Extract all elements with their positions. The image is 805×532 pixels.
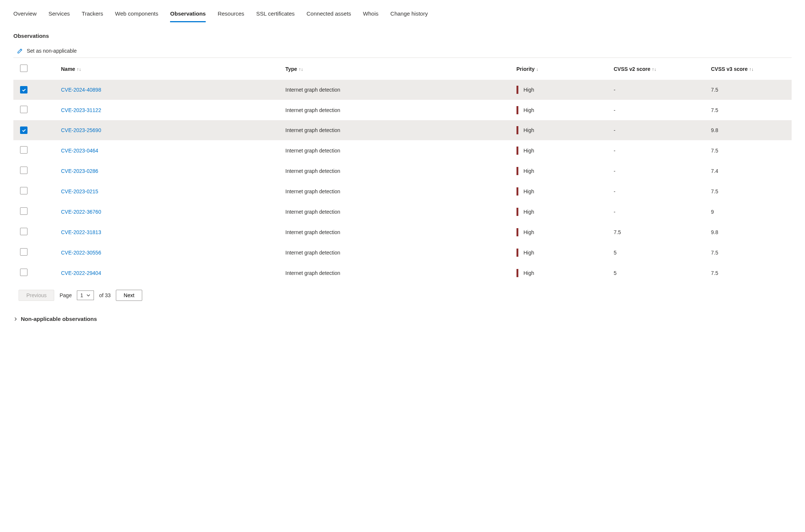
cve-link[interactable]: CVE-2023-0286 [61, 168, 98, 174]
priority-label: High [524, 250, 534, 256]
section-title: Observations [13, 33, 792, 39]
priority-indicator-icon [516, 86, 518, 94]
row-checkbox[interactable] [20, 146, 27, 154]
row-checkbox[interactable] [20, 106, 27, 113]
cvss-v2-cell: 7.5 [609, 222, 707, 242]
type-cell: Internet graph detection [281, 181, 512, 201]
row-checkbox[interactable] [20, 167, 27, 174]
table-row: CVE-2022-29404Internet graph detectionHi… [13, 263, 792, 283]
priority-label: High [524, 188, 534, 194]
cvss-v2-cell: - [609, 181, 707, 201]
tab-trackers[interactable]: Trackers [82, 7, 103, 22]
priority-cell: High [516, 269, 605, 277]
priority-indicator-icon [516, 249, 518, 257]
type-cell: Internet graph detection [281, 120, 512, 140]
row-checkbox[interactable] [20, 248, 27, 256]
of-label: of 33 [99, 292, 111, 298]
priority-indicator-icon [516, 147, 518, 155]
pager: Previous Page 1 of 33 Next [13, 290, 792, 301]
column-header-cvss-v2[interactable]: CVSS v2 score↑↓ [609, 58, 707, 80]
row-checkbox[interactable] [20, 269, 27, 276]
table-row: CVE-2022-31813Internet graph detectionHi… [13, 222, 792, 242]
priority-cell: High [516, 187, 605, 196]
tab-resources[interactable]: Resources [218, 7, 244, 22]
column-header-name[interactable]: Name↑↓ [50, 58, 281, 80]
tab-ssl-certificates[interactable]: SSL certificates [256, 7, 295, 22]
tab-whois[interactable]: Whois [363, 7, 379, 22]
cvss-v3-cell: 9 [707, 201, 792, 222]
cvss-v2-cell: - [609, 201, 707, 222]
table-row: CVE-2023-25690Internet graph detectionHi… [13, 120, 792, 140]
type-cell: Internet graph detection [281, 263, 512, 283]
table-row: CVE-2022-36760Internet graph detectionHi… [13, 201, 792, 222]
sort-icon: ↑↓ [76, 67, 81, 72]
cve-link[interactable]: CVE-2022-29404 [61, 270, 101, 276]
cvss-v3-cell: 7.5 [707, 263, 792, 283]
pencil-icon [17, 48, 23, 54]
cvss-v2-cell: - [609, 140, 707, 161]
type-cell: Internet graph detection [281, 201, 512, 222]
cvss-v2-cell: - [609, 100, 707, 120]
cvss-v2-cell: 5 [609, 242, 707, 263]
priority-cell: High [516, 86, 605, 94]
cve-link[interactable]: CVE-2024-40898 [61, 87, 101, 93]
next-button[interactable]: Next [116, 290, 142, 301]
cve-link[interactable]: CVE-2022-30556 [61, 250, 101, 256]
priority-label: High [524, 209, 534, 215]
non-applicable-section-toggle[interactable]: Non-applicable observations [13, 316, 792, 322]
priority-cell: High [516, 208, 605, 216]
column-header-type[interactable]: Type↑↓ [281, 58, 512, 80]
observations-table: Name↑↓ Type↑↓ Priority↓ CVSS v2 score↑↓ … [13, 58, 792, 283]
cvss-v3-cell: 9.8 [707, 222, 792, 242]
column-header-cvss-v3[interactable]: CVSS v3 score↑↓ [707, 58, 792, 80]
action-bar: Set as non-applicable [13, 46, 792, 58]
priority-cell: High [516, 167, 605, 175]
priority-label: High [524, 229, 534, 235]
row-checkbox[interactable] [20, 207, 27, 215]
priority-label: High [524, 87, 534, 93]
page-select[interactable]: 1 [77, 290, 94, 300]
priority-indicator-icon [516, 269, 518, 277]
tab-connected-assets[interactable]: Connected assets [307, 7, 351, 22]
chevron-right-icon [13, 317, 18, 321]
tab-services[interactable]: Services [49, 7, 70, 22]
cvss-v3-cell: 7.5 [707, 140, 792, 161]
table-row: CVE-2024-40898Internet graph detectionHi… [13, 80, 792, 100]
previous-button[interactable]: Previous [19, 290, 54, 301]
priority-indicator-icon [516, 167, 518, 175]
sort-icon: ↓ [536, 67, 538, 72]
cve-link[interactable]: CVE-2022-36760 [61, 209, 101, 215]
cve-link[interactable]: CVE-2022-31813 [61, 229, 101, 235]
sort-icon: ↑↓ [299, 67, 303, 72]
cve-link[interactable]: CVE-2023-0464 [61, 148, 98, 154]
set-non-applicable-button[interactable]: Set as non-applicable [27, 48, 77, 54]
type-cell: Internet graph detection [281, 140, 512, 161]
cvss-v2-cell: 5 [609, 263, 707, 283]
tab-web-components[interactable]: Web components [115, 7, 158, 22]
row-checkbox[interactable] [20, 127, 27, 134]
cvss-v3-cell: 7.5 [707, 100, 792, 120]
priority-label: High [524, 270, 534, 276]
type-cell: Internet graph detection [281, 161, 512, 181]
row-checkbox[interactable] [20, 187, 27, 194]
select-all-checkbox[interactable] [20, 65, 27, 72]
priority-cell: High [516, 147, 605, 155]
tab-change-history[interactable]: Change history [390, 7, 428, 22]
column-header-priority[interactable]: Priority↓ [512, 58, 609, 80]
tab-observations[interactable]: Observations [170, 7, 206, 22]
tabs: OverviewServicesTrackersWeb componentsOb… [13, 7, 792, 22]
type-cell: Internet graph detection [281, 100, 512, 120]
priority-indicator-icon [516, 126, 518, 134]
cve-link[interactable]: CVE-2023-31122 [61, 107, 101, 113]
row-checkbox[interactable] [20, 86, 27, 93]
cve-link[interactable]: CVE-2023-25690 [61, 127, 101, 133]
row-checkbox[interactable] [20, 228, 27, 235]
priority-cell: High [516, 228, 605, 236]
type-cell: Internet graph detection [281, 222, 512, 242]
tab-overview[interactable]: Overview [13, 7, 37, 22]
sort-icon: ↑↓ [652, 67, 656, 72]
cvss-v2-cell: - [609, 161, 707, 181]
priority-label: High [524, 148, 534, 154]
cve-link[interactable]: CVE-2023-0215 [61, 188, 98, 194]
type-cell: Internet graph detection [281, 80, 512, 100]
